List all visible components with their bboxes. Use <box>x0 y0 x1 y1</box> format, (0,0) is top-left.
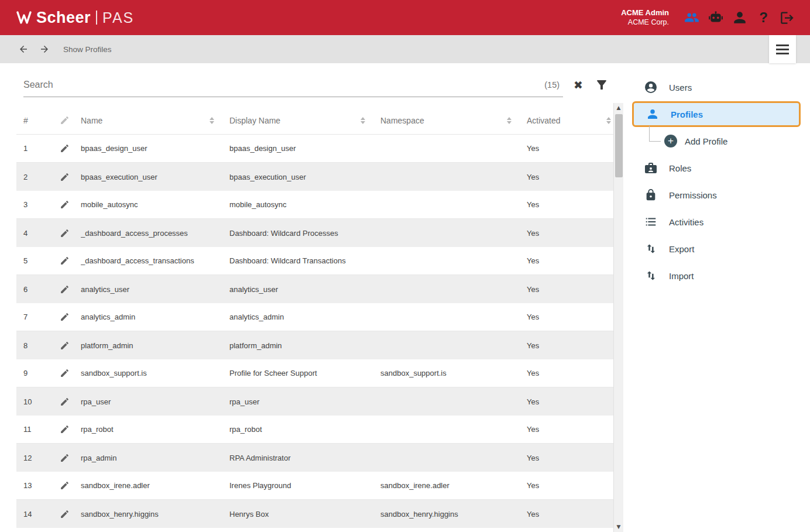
row-number: 5 <box>16 256 60 265</box>
table-row[interactable]: 1 bpaas_design_user bpaas_design_user Ye… <box>16 135 613 163</box>
col-header-namespace[interactable]: Namespace <box>380 116 527 125</box>
edit-icon <box>60 453 70 463</box>
edit-profile-button[interactable] <box>60 341 81 351</box>
row-name: rpa_admin <box>81 454 229 462</box>
forward-arrow-icon[interactable] <box>39 44 50 54</box>
edit-profile-button[interactable] <box>60 453 81 463</box>
filter-icon[interactable] <box>595 78 609 92</box>
edit-icon <box>60 424 70 434</box>
table-scrollbar[interactable]: ▲ ▼ <box>613 103 623 532</box>
export-icon <box>644 243 658 255</box>
search-input[interactable] <box>23 80 540 90</box>
sidebar-item-permissions[interactable]: Permissions <box>623 181 810 208</box>
search-field-wrap: (15) <box>23 73 563 97</box>
table-row[interactable]: 4 _dashboard_access_processes Dashboard:… <box>16 219 613 247</box>
col-label: Activated <box>527 116 561 125</box>
logout-icon[interactable] <box>775 5 799 30</box>
top-icon-bar: ? <box>679 5 799 30</box>
sidebar-item-users[interactable]: Users <box>623 74 810 101</box>
edit-profile-button[interactable] <box>60 424 81 434</box>
sort-icon[interactable] <box>606 117 611 124</box>
scroll-down-icon[interactable]: ▼ <box>617 522 621 532</box>
edit-profile-button[interactable] <box>60 509 81 519</box>
table-row[interactable]: 13 sandbox_irene.adler Irenes Playground… <box>16 472 613 500</box>
row-number: 11 <box>16 425 60 434</box>
table-row[interactable]: 9 sandbox_support.is Profile for Scheer … <box>16 359 613 387</box>
scheer-pas-logo: Scheer PAS <box>16 9 134 27</box>
row-name: bpaas_execution_user <box>81 173 229 181</box>
row-display-name: Henrys Box <box>229 510 380 519</box>
back-arrow-icon[interactable] <box>18 44 29 54</box>
edit-profile-button[interactable] <box>60 200 81 210</box>
col-header-activated[interactable]: Activated <box>527 116 613 125</box>
row-activated: Yes <box>527 481 613 490</box>
table-row[interactable]: 14 sandbox_henry.higgins Henrys Box sand… <box>16 500 613 528</box>
row-display-name: bpaas_execution_user <box>229 173 380 181</box>
bot-icon[interactable] <box>703 5 727 30</box>
table-row[interactable]: 3 mobile_autosync mobile_autosync Yes <box>16 191 613 219</box>
sidebar-item-profiles[interactable]: Profiles <box>632 101 801 127</box>
sidebar-item-add-profile[interactable]: + Add Profile <box>623 128 810 155</box>
edit-profile-button[interactable] <box>60 228 81 238</box>
table-row[interactable]: 10 rpa_user rpa_user Yes <box>16 387 613 416</box>
row-activated: Yes <box>527 454 613 462</box>
edit-profile-button[interactable] <box>60 368 81 378</box>
row-name: rpa_user <box>81 397 229 406</box>
row-name: bpaas_design_user <box>81 144 229 153</box>
row-number: 7 <box>16 313 60 321</box>
row-display-name: rpa_robot <box>229 425 380 434</box>
hamburger-menu-icon[interactable] <box>769 35 796 63</box>
clear-search-icon[interactable]: ✖ <box>574 78 583 91</box>
edit-profile-button[interactable] <box>60 397 81 407</box>
edit-profile-button[interactable] <box>60 480 81 490</box>
col-label: Display Name <box>229 116 280 125</box>
table-row[interactable]: 6 analytics_user analytics_user Yes <box>16 275 613 303</box>
sidebar-item-import[interactable]: Import <box>623 262 810 289</box>
sidebar-item-export[interactable]: Export <box>623 235 810 262</box>
edit-profile-button[interactable] <box>60 256 81 266</box>
breadcrumb-toolbar: Show Profiles <box>0 35 810 63</box>
row-number: 12 <box>16 454 60 462</box>
table-row[interactable]: 8 platform_admin platform_admin Yes <box>16 331 613 359</box>
sort-icon[interactable] <box>507 117 512 124</box>
scroll-up-icon[interactable]: ▲ <box>617 103 621 113</box>
sort-icon[interactable] <box>361 117 365 124</box>
table-row[interactable]: 11 rpa_robot rpa_robot Yes <box>16 416 613 444</box>
user-management-icon[interactable] <box>679 5 703 30</box>
account-info: ACME Admin ACME Corp. <box>621 8 669 28</box>
table-row[interactable]: 7 analytics_admin analytics_admin Yes <box>16 303 613 331</box>
table-row[interactable]: 12 rpa_admin RPA Administrator Yes <box>16 444 613 472</box>
logo-separator <box>96 11 97 25</box>
row-number: 8 <box>16 341 60 350</box>
sidebar-item-label: Activities <box>669 217 703 227</box>
edit-icon <box>60 397 70 407</box>
logo-text-pas: PAS <box>102 9 134 26</box>
row-name: _dashboard_access_processes <box>81 229 229 238</box>
edit-profile-button[interactable] <box>60 284 81 294</box>
table-row[interactable]: 2 bpaas_execution_user bpaas_execution_u… <box>16 163 613 191</box>
edit-icon <box>60 312 70 322</box>
profile-icon[interactable] <box>727 5 751 30</box>
sort-icon[interactable] <box>210 117 214 124</box>
row-number: 3 <box>16 200 60 209</box>
row-name: analytics_admin <box>81 313 229 321</box>
row-display-name: platform_admin <box>229 341 380 350</box>
edit-profile-button[interactable] <box>60 312 81 322</box>
row-display-name: bpaas_design_user <box>229 144 380 153</box>
roles-icon <box>644 161 658 175</box>
scrollbar-thumb[interactable] <box>615 114 623 177</box>
row-activated: Yes <box>527 173 613 181</box>
edit-icon <box>60 200 70 210</box>
row-display-name: Irenes Playground <box>229 481 380 490</box>
col-header-name[interactable]: Name <box>81 116 229 125</box>
edit-profile-button[interactable] <box>60 143 81 153</box>
row-number: 4 <box>16 229 60 238</box>
edit-profile-button[interactable] <box>60 172 81 182</box>
edit-icon <box>60 115 70 125</box>
sidebar-item-activities[interactable]: Activities <box>623 208 810 235</box>
sidebar-item-roles[interactable]: Roles <box>623 155 810 181</box>
col-header-display-name[interactable]: Display Name <box>229 116 380 125</box>
help-icon[interactable]: ? <box>751 5 775 30</box>
row-activated: Yes <box>527 341 613 350</box>
table-row[interactable]: 5 _dashboard_access_transactions Dashboa… <box>16 247 613 275</box>
